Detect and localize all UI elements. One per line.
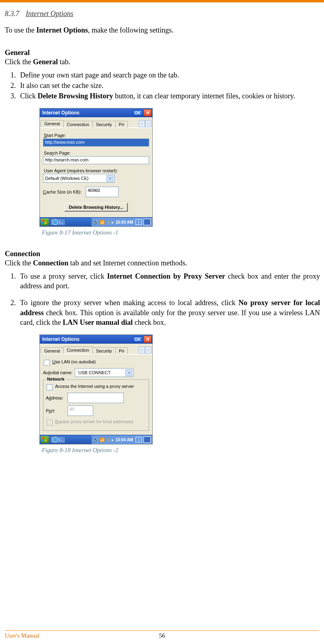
user-agent-select[interactable]: Default (Windows CE) ▾ <box>43 174 115 183</box>
dialog1-body: SStart Page:tart Page: http://www.msn.co… <box>40 128 152 217</box>
c1-bold: Internet Connection by Proxy Server <box>107 272 225 280</box>
tab-security[interactable]: Security <box>92 121 116 128</box>
autodial-row: Autodial name: `USB CONNECT ▾ <box>43 368 149 377</box>
tabs-scroll-right[interactable]: › <box>145 120 152 127</box>
bypass-checkbox <box>47 420 53 426</box>
tray-network-icon[interactable]: 📶 <box>99 437 105 442</box>
dialog1-tabstrip: General Connection Security Pri ‹ › <box>40 117 152 128</box>
tabs-scroll-left[interactable]: ‹ <box>139 120 145 127</box>
close-button-2[interactable]: ✕ <box>144 336 152 343</box>
dialog2-titlebar[interactable]: Internet Options OK ✕ <box>40 335 152 344</box>
keyboard-indicator-2[interactable]: 1 <box>135 437 142 442</box>
delete-browsing-history-button[interactable]: Delete Browsing History... <box>64 203 128 212</box>
connection-line: Click the Connection tab and set Interne… <box>5 258 318 268</box>
chevron-down-icon: ▾ <box>107 175 113 182</box>
use-lan-checkbox[interactable] <box>44 360 50 366</box>
tab-privacy-truncated-2[interactable]: Pri <box>115 347 128 354</box>
windows-logo-icon <box>42 220 47 224</box>
g3-pre: Click <box>20 92 38 100</box>
svg-rect-2 <box>42 222 44 224</box>
chevron-left-icon: ‹ <box>141 122 143 126</box>
tab-privacy-truncated[interactable]: Pri <box>115 121 128 128</box>
tab-security-2[interactable]: Security <box>92 347 116 354</box>
c2-pre: To ignore the proxy server when making a… <box>20 299 238 307</box>
internet-options-dialog-connection: Internet Options OK ✕ General Connection… <box>39 334 153 444</box>
intro-post: , make the following settings. <box>88 26 174 34</box>
tab-general[interactable]: General <box>41 120 64 127</box>
chevron-right-icon: › <box>148 122 149 126</box>
general-line: Click the General tab. <box>5 57 318 67</box>
bypass-label: Bypass proxy server for local addresses <box>55 419 133 424</box>
section-heading: 8.3.7 Internet Options <box>5 10 320 18</box>
start-page-input[interactable]: http://www.msn.com <box>43 139 149 147</box>
system-tray: 🔊 📶 ⚠ ▸ 10:03 AM 1 <box>92 218 152 226</box>
connection-item-1: To use a proxy server, click Internet Co… <box>18 271 320 291</box>
tray-volume-icon[interactable]: 🔊 <box>93 437 98 442</box>
search-page-label: Search Page: <box>44 151 149 155</box>
tray-alert-icon[interactable]: ⚠ <box>106 437 111 442</box>
section-title: Internet Options <box>26 10 74 18</box>
g3-bold: Delete Browsing History <box>38 92 113 100</box>
taskbar-app-ie[interactable]: I... <box>50 218 66 226</box>
start-button[interactable] <box>41 218 49 226</box>
footer-page-number: 56 <box>159 632 165 639</box>
taskbar-clock-2[interactable]: 10:04 AM <box>115 438 133 442</box>
conn-pre: Click the <box>5 259 33 267</box>
port-label: Port: <box>46 408 68 413</box>
tab-connection-2[interactable]: Connection <box>63 346 93 354</box>
svg-rect-3 <box>45 222 47 224</box>
taskbar-1: I... 🔊 📶 ⚠ ▸ 10:03 AM 1 <box>40 217 152 226</box>
section-number: 8.3.7 <box>5 10 19 18</box>
network-fieldset: Network Access the Internet using a prox… <box>43 379 149 431</box>
general-line-bold: General <box>33 58 58 66</box>
dialog2-title: Internet Options <box>42 336 80 342</box>
user-agent-label: User Agent (requires browser restart): <box>44 168 149 173</box>
internet-options-dialog-general: Internet Options OK ✕ General Connection… <box>39 108 153 227</box>
proxy-row[interactable]: Access the Internet using a proxy server <box>46 384 146 390</box>
close-icon: ✕ <box>146 110 150 116</box>
show-desktop-button-2[interactable] <box>144 436 151 443</box>
svg-rect-6 <box>42 440 44 442</box>
address-input[interactable] <box>68 393 124 403</box>
general-heading: General <box>5 49 318 57</box>
network-legend: Network <box>46 377 66 381</box>
general-item-3: Click Delete Browsing History button, it… <box>18 91 320 101</box>
conn-post: tab and set Internet connection methods. <box>68 259 187 267</box>
svg-rect-0 <box>42 220 44 222</box>
proxy-checkbox[interactable] <box>47 384 53 390</box>
address-label: Address: <box>46 395 68 400</box>
tray-separator-icon: ▸ <box>112 438 114 442</box>
taskbar-app-ie-2[interactable]: I... <box>50 436 66 443</box>
search-page-input[interactable]: http://search.msn.com <box>43 156 149 164</box>
svg-rect-5 <box>45 437 47 439</box>
svg-rect-4 <box>42 437 44 439</box>
ok-button-2[interactable]: OK <box>133 336 143 342</box>
tabs-scroll-right-2[interactable]: › <box>145 346 152 354</box>
ok-button[interactable]: OK <box>133 110 143 116</box>
keyboard-indicator[interactable]: 1 <box>135 219 142 225</box>
cache-size-input[interactable]: 40960 <box>86 187 119 197</box>
intro-pre: To use the <box>5 26 36 34</box>
tab-general-2[interactable]: General <box>41 347 64 354</box>
general-line-post: tab. <box>58 58 70 66</box>
port-input[interactable]: 80 <box>68 406 93 416</box>
proxy-label: Access the Internet using a proxy server <box>55 384 134 389</box>
dialog1-title: Internet Options <box>42 110 80 116</box>
start-button-2[interactable] <box>41 436 49 443</box>
tray-network-icon[interactable]: 📶 <box>99 219 105 225</box>
autodial-select[interactable]: `USB CONNECT ▾ <box>75 368 133 377</box>
dialog2-tabstrip: General Connection Security Pri ‹ › <box>40 344 152 354</box>
show-desktop-button[interactable] <box>144 219 151 225</box>
tray-volume-icon[interactable]: 🔊 <box>93 219 98 225</box>
use-lan-row[interactable]: Use LAN (no autodial) <box>43 359 149 366</box>
taskbar-clock[interactable]: 10:03 AM <box>115 220 133 224</box>
c2-bold2: LAN User manual dial <box>63 318 133 326</box>
dialog1-titlebar[interactable]: Internet Options OK ✕ <box>40 108 152 117</box>
tab-connection[interactable]: Connection <box>63 121 93 128</box>
close-button[interactable]: ✕ <box>144 109 152 116</box>
intro-paragraph: To use the Internet Options, make the fo… <box>5 25 318 35</box>
tray-alert-icon[interactable]: ⚠ <box>106 219 111 225</box>
cache-row: Cache Size (in KB): 40960 <box>43 187 149 197</box>
page-footer: User's Manual 56 <box>0 630 324 639</box>
tabs-scroll-left-2[interactable]: ‹ <box>139 346 145 354</box>
